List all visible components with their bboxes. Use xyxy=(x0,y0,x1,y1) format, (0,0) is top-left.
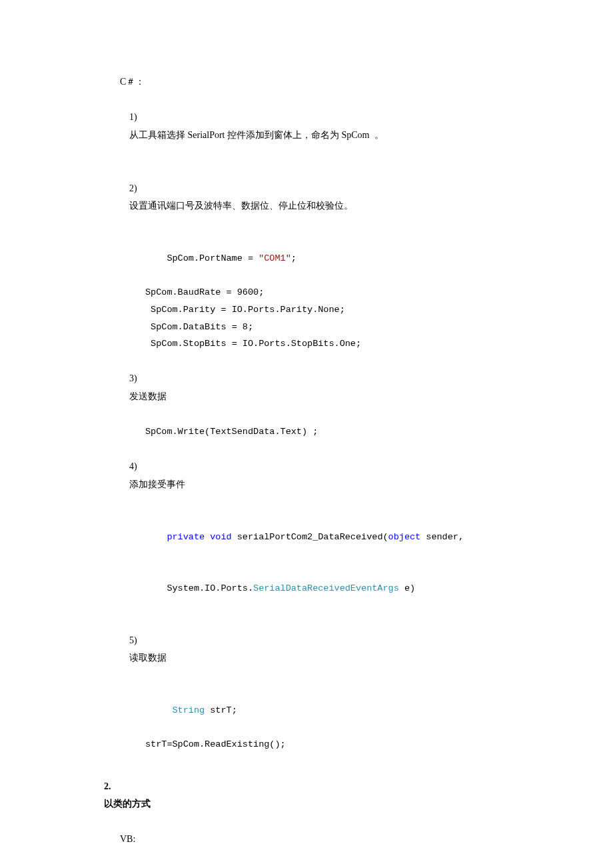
code-line: SpCom.StopBits = IO.Ports.StopBits.One; xyxy=(107,335,546,353)
code-string: "COM1" xyxy=(259,253,291,263)
code-line: SpCom.BaudRate = 9600; xyxy=(107,284,546,301)
step-number: 3) xyxy=(129,370,155,388)
cs-step-2: 2) 设置通讯端口号及波特率、数据位、停止位和校验位。 xyxy=(107,162,546,233)
code-text: ; xyxy=(291,253,297,263)
code-line: private void serialPortCom2_DataReceived… xyxy=(107,511,546,563)
cs-step-5: 5) 读取数据 xyxy=(107,614,546,685)
document-page: C＃： 1) 从工具箱选择 SerialPort 控件添加到窗体上，命名为 Sp… xyxy=(0,0,613,868)
code-keyword: void xyxy=(205,532,232,542)
vb-header: VB: xyxy=(107,831,546,849)
step-number: 1) xyxy=(129,109,155,127)
code-text: serialPortCom2_DataReceived( xyxy=(232,532,388,542)
step-text: 从工具箱选择 SerialPort 控件添加到窗体上，命名为 SpCom 。 xyxy=(129,130,384,140)
code-keyword: object xyxy=(388,532,421,542)
code-line: SpCom.Write(TextSendData.Text) ; xyxy=(107,423,546,441)
vb-step-1: 1) 定义 SerialPort 类实例 xyxy=(107,849,546,868)
code-line: SpCom.Parity = IO.Ports.Parity.None; xyxy=(107,301,546,319)
code-text: sender, xyxy=(420,532,464,542)
code-text: System.IO.Ports. xyxy=(167,583,253,593)
code-line: SpCom.PortName = "COM1"; xyxy=(107,233,546,284)
code-line: SpCom.DataBits = 8; xyxy=(107,319,546,336)
section-2-heading: 2. 以类的方式 xyxy=(95,760,546,831)
section-number: 2. xyxy=(104,778,119,796)
code-type: String xyxy=(167,705,205,715)
code-line: System.IO.Ports.SerialDataReceivedEventA… xyxy=(107,563,546,614)
cs-header: C＃： xyxy=(107,73,546,91)
cs-step-4: 4) 添加接受事件 xyxy=(107,441,546,511)
step-text: 添加接受事件 xyxy=(129,479,185,489)
step-text: 发送数据 xyxy=(129,391,167,401)
section-title: 以类的方式 xyxy=(104,799,151,809)
code-line: String strT; xyxy=(107,685,546,736)
code-text: e) xyxy=(399,583,415,593)
cs-step-3: 3) 发送数据 xyxy=(107,353,546,423)
code-text: SpCom.PortName = xyxy=(167,253,259,263)
step-number: 5) xyxy=(129,632,155,650)
step-number: 4) xyxy=(129,458,155,476)
code-text: strT; xyxy=(205,705,237,715)
step-text: 读取数据 xyxy=(129,653,167,663)
code-keyword: private xyxy=(167,532,205,542)
cs-step-1: 1) 从工具箱选择 SerialPort 控件添加到窗体上，命名为 SpCom … xyxy=(107,91,546,162)
code-line: strT=SpCom.ReadExisting(); xyxy=(107,736,546,753)
code-type: SerialDataReceivedEventArgs xyxy=(253,583,399,593)
step-text: 设置通讯端口号及波特率、数据位、停止位和校验位。 xyxy=(129,201,353,211)
step-number: 2) xyxy=(129,180,155,198)
